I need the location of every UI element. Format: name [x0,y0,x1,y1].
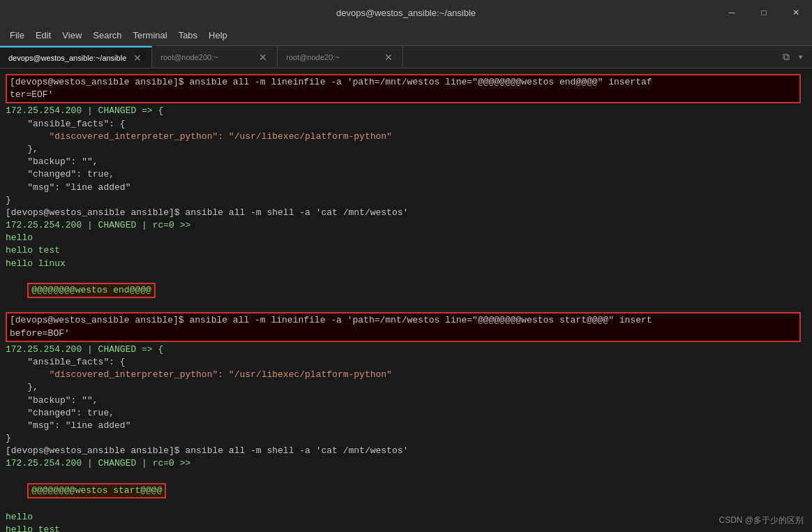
menu-tabs[interactable]: Tabs [173,27,203,43]
maximize-button[interactable]: □ [748,0,780,25]
window-controls[interactable]: ─ □ ✕ [716,0,812,25]
term-line-12: 172.25.254.200 | CHANGED | rc=0 >> [6,219,801,232]
term-line-2: ter=EOF' [10,89,797,101]
term-line-6: }, [6,143,801,156]
term-line-27: 172.25.254.200 | CHANGED | rc=0 >> [6,457,801,470]
minimize-button[interactable]: ─ [716,0,748,25]
tab-1-close[interactable]: ✕ [132,52,143,64]
term-line-29: hello test [6,524,801,532]
tab-3-label: root@node20:~ [286,53,339,61]
term-line-18: 172.25.254.200 | CHANGED => { [6,343,801,356]
term-line-15: hello linux [6,258,801,270]
term-line-23: "changed": true, [6,407,801,420]
term-line-13: hello [6,232,801,244]
terminal[interactable]: [devops@westos_ansible ansible]$ ansible… [0,68,812,532]
close-button[interactable]: ✕ [780,0,812,25]
term-line-28: hello [6,511,801,524]
menu-terminal[interactable]: Terminal [128,27,173,43]
menu-help[interactable]: Help [203,27,233,43]
term-line-3: 172.25.254.200 | CHANGED => { [6,105,801,117]
term-line-7: "backup": "", [6,156,801,168]
cmd-block-1: [devops@westos_ansible ansible]$ ansible… [6,74,801,103]
term-line-10: } [6,194,801,207]
term-line-17: before=BOF' [10,327,797,340]
tab-2[interactable]: root@node200:~ ✕ [152,46,278,68]
tab-1[interactable]: devops@westos_ansible:~/ansible ✕ [0,46,152,68]
tab-2-close[interactable]: ✕ [257,52,269,63]
menu-bar: File Edit View Search Terminal Tabs Help [0,25,812,46]
term-line-8: "changed": true, [6,168,801,181]
cmd-block-2: [devops@westos_ansible ansible]$ ansible… [6,312,801,341]
term-line-1: [devops@westos_ansible ansible]$ ansible… [10,76,797,89]
term-line-11: [devops@westos_ansible ansible]$ ansible… [6,207,801,219]
term-line-25: } [6,432,801,445]
menu-file[interactable]: File [4,27,30,43]
term-line-21: }, [6,381,801,394]
title-bar: devops@westos_ansible:~/ansible ─ □ ✕ [0,0,812,25]
tab-actions: ⧉ ▾ [774,46,812,68]
term-line-24: "msg": "line added" [6,420,801,432]
menu-view[interactable]: View [57,27,87,43]
menu-edit[interactable]: Edit [30,27,57,43]
tab-bar: devops@westos_ansible:~/ansible ✕ root@n… [0,46,812,68]
new-tab-icon[interactable]: ⧉ [780,50,792,64]
highlight-line-2: @@@@@@@@westos start@@@@ [6,471,801,512]
tab-3-close[interactable]: ✕ [383,52,394,63]
term-line-19: "ansible_facts": { [6,356,801,369]
watermark: CSDN @多于少的区别 [719,515,804,526]
tab-1-label: devops@westos_ansible:~/ansible [8,54,126,62]
term-line-9: "msg": "line added" [6,182,801,194]
term-line-20: "discovered_interpreter_python": "/usr/l… [6,369,801,381]
tab-2-label: root@node200:~ [160,53,218,61]
term-line-22: "backup": "", [6,394,801,407]
menu-search[interactable]: Search [87,27,127,43]
tab-menu-icon[interactable]: ▾ [795,50,806,64]
term-line-16: [devops@westos_ansible ansible]$ ansible… [10,314,797,327]
highlight-line-1: @@@@@@@@westos end@@@@ [6,270,801,311]
window-title: devops@westos_ansible:~/ansible [336,8,476,18]
term-line-26: [devops@westos_ansible ansible]$ ansible… [6,445,801,457]
tab-3[interactable]: root@node20:~ ✕ [278,46,403,68]
term-line-5: "discovered_interpreter_python": "/usr/l… [6,131,801,143]
term-line-14: hello test [6,244,801,257]
term-line-4: "ansible_facts": { [6,118,801,131]
